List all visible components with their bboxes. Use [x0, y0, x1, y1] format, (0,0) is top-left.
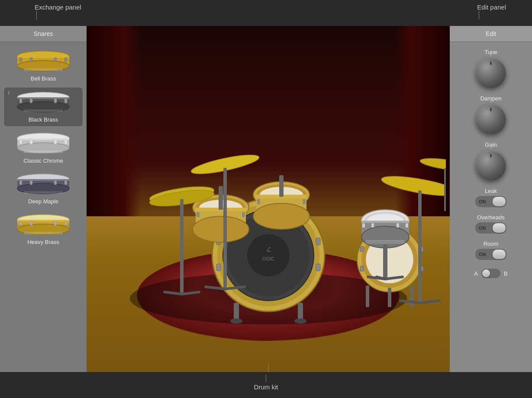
snare-label-classic-chrome: Classic Chrome: [23, 157, 63, 164]
leak-thumb: [493, 197, 506, 206]
overheads-toggle[interactable]: ON: [475, 222, 506, 234]
svg-point-72: [230, 318, 242, 324]
svg-rect-27: [64, 140, 67, 144]
svg-rect-81: [366, 286, 369, 307]
svg-rect-70: [234, 303, 239, 320]
svg-rect-126: [223, 168, 227, 289]
room-toggle[interactable]: ON: [475, 249, 506, 260]
svg-rect-83: [388, 288, 391, 307]
svg-rect-17: [30, 99, 32, 103]
svg-rect-110: [371, 223, 374, 228]
snare-item-deep-maple[interactable]: Deep Maple: [3, 169, 83, 208]
ab-toggle-group: A B: [455, 269, 527, 278]
ab-switch[interactable]: [481, 269, 500, 278]
snare-item-classic-chrome[interactable]: Classic Chrome: [3, 128, 83, 167]
svg-rect-15: [19, 99, 22, 103]
room-group: Room ON: [455, 241, 527, 260]
exchange-annotation-line: [36, 11, 37, 19]
svg-rect-16: [64, 99, 67, 103]
svg-point-73: [294, 318, 306, 324]
edit-panel-label: Edit panel: [477, 3, 506, 11]
svg-rect-79: [360, 266, 364, 271]
leak-toggle[interactable]: ON: [475, 196, 506, 207]
edit-panel-header: Edit: [450, 26, 532, 42]
leak-label: Leak: [485, 188, 497, 194]
svg-rect-46: [17, 220, 69, 221]
snare-image-bell-brass: [15, 50, 71, 74]
dampen-knob[interactable]: [476, 104, 506, 135]
svg-rect-71: [298, 303, 303, 320]
svg-rect-50: [64, 221, 67, 225]
svg-rect-29: [54, 140, 57, 144]
snare-label-deep-maple: Deep Maple: [28, 198, 58, 205]
gain-tick: [490, 146, 491, 149]
dampen-group: Dampen: [455, 95, 527, 135]
ab-thumb: [482, 270, 490, 277]
svg-rect-40: [54, 180, 57, 185]
svg-rect-51: [30, 221, 32, 225]
snare-label-bell-brass: Bell Brass: [31, 75, 56, 82]
edit-controls: Tune Dampen Gain: [450, 42, 532, 372]
edit-annotation-line: [479, 11, 479, 19]
snare-item-bell-brass[interactable]: Bell Brass: [3, 46, 83, 85]
svg-point-98: [253, 203, 310, 229]
svg-rect-77: [360, 247, 364, 252]
svg-rect-111: [397, 223, 399, 228]
svg-rect-65: [316, 238, 320, 245]
drum-kit-label: Drum kit: [254, 383, 278, 391]
tune-knob[interactable]: [476, 58, 506, 88]
leak-on-label: ON: [479, 199, 486, 204]
svg-rect-115: [383, 244, 387, 279]
overheads-thumb: [493, 223, 506, 233]
svg-rect-108: [362, 223, 365, 228]
svg-rect-66: [216, 264, 221, 271]
svg-rect-134: [444, 168, 446, 211]
svg-rect-67: [316, 264, 320, 271]
svg-rect-28: [30, 140, 32, 144]
edit-panel-annotation: Edit panel: [477, 3, 506, 19]
room-thumb: [493, 250, 506, 259]
svg-point-133: [419, 156, 446, 173]
tune-group: Tune: [455, 49, 527, 88]
overheads-group: Overheads ON: [455, 214, 527, 234]
snare-image-deep-maple: [15, 173, 71, 196]
svg-rect-101: [279, 175, 284, 197]
top-annotation-bar: Exchange panel Edit panel: [0, 0, 532, 26]
svg-rect-35: [17, 179, 69, 181]
svg-rect-6: [30, 58, 32, 62]
snare-image-black-brass: [15, 91, 71, 115]
svg-rect-4: [19, 58, 22, 62]
tune-tick: [490, 54, 491, 57]
svg-rect-91: [242, 212, 245, 217]
svg-rect-90: [197, 212, 200, 217]
gain-group: Gain: [455, 141, 527, 181]
room-on-label: ON: [479, 252, 486, 257]
snare-item-black-brass[interactable]: i: [3, 87, 83, 127]
room-label: Room: [484, 241, 499, 247]
drum-kit-annotation-bottom-line: [266, 375, 266, 382]
svg-rect-49: [19, 221, 22, 225]
snares-panel-header: Snares: [0, 26, 87, 42]
svg-rect-130: [418, 190, 422, 303]
right-panel-edit: Edit Tune Dampen Gain: [450, 26, 532, 372]
svg-point-129: [380, 173, 445, 200]
overheads-on-label: ON: [479, 225, 486, 231]
snare-item-heavy-brass[interactable]: Heavy Brass: [3, 210, 83, 249]
snare-info-icon: i: [8, 90, 9, 95]
bottom-annotation-bar: Drum kit: [0, 372, 532, 398]
svg-line-132: [420, 301, 439, 303]
svg-point-61: [247, 234, 290, 277]
snare-image-classic-chrome: [15, 132, 71, 156]
gain-knob[interactable]: [476, 151, 506, 181]
drum-kit-annotation: Drum kit: [254, 375, 278, 391]
center-drum-scene: ℒ OGIC: [87, 26, 450, 372]
svg-rect-109: [406, 223, 408, 228]
svg-rect-26: [19, 140, 22, 144]
svg-rect-100: [303, 199, 306, 204]
svg-point-25: [17, 143, 69, 153]
svg-rect-106: [361, 221, 409, 223]
svg-rect-5: [64, 58, 67, 62]
drum-kit-svg: ℒ OGIC: [91, 65, 446, 333]
svg-point-3: [17, 61, 69, 71]
svg-text:ℒ: ℒ: [266, 247, 271, 253]
